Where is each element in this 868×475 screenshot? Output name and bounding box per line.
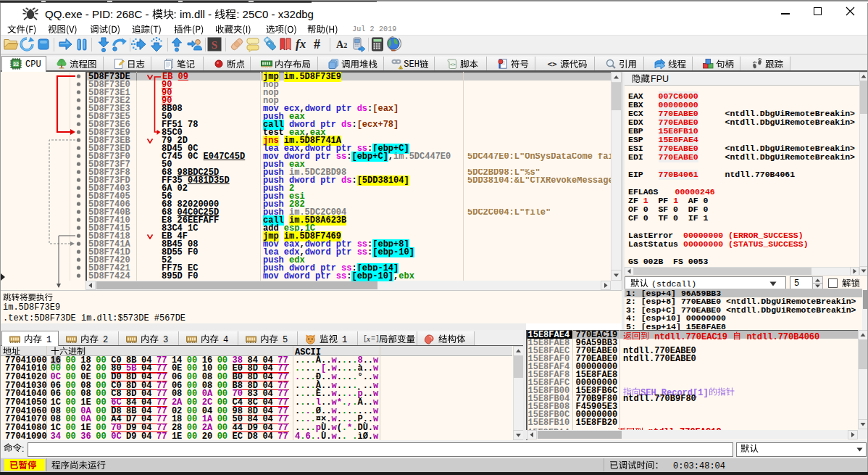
svg-text:32: 32 <box>13 62 19 67</box>
svg-text:S: S <box>212 39 217 51</box>
svg-text:<>: <> <box>547 59 557 69</box>
svg-text:<>: <> <box>450 62 456 67</box>
